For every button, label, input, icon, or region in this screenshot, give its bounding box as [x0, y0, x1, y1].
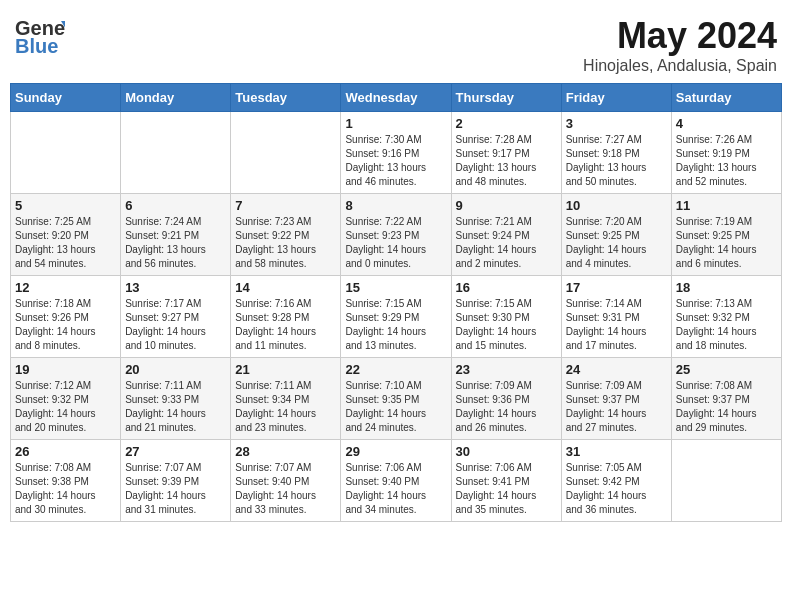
- calendar-cell: 17Sunrise: 7:14 AM Sunset: 9:31 PM Dayli…: [561, 276, 671, 358]
- day-number: 21: [235, 362, 336, 377]
- day-info: Sunrise: 7:22 AM Sunset: 9:23 PM Dayligh…: [345, 215, 446, 271]
- calendar-cell: 24Sunrise: 7:09 AM Sunset: 9:37 PM Dayli…: [561, 358, 671, 440]
- week-row-5: 26Sunrise: 7:08 AM Sunset: 9:38 PM Dayli…: [11, 440, 782, 522]
- day-info: Sunrise: 7:06 AM Sunset: 9:40 PM Dayligh…: [345, 461, 446, 517]
- day-info: Sunrise: 7:21 AM Sunset: 9:24 PM Dayligh…: [456, 215, 557, 271]
- day-number: 19: [15, 362, 116, 377]
- day-info: Sunrise: 7:18 AM Sunset: 9:26 PM Dayligh…: [15, 297, 116, 353]
- calendar-cell: 25Sunrise: 7:08 AM Sunset: 9:37 PM Dayli…: [671, 358, 781, 440]
- calendar-cell: 18Sunrise: 7:13 AM Sunset: 9:32 PM Dayli…: [671, 276, 781, 358]
- day-number: 22: [345, 362, 446, 377]
- calendar-cell: 10Sunrise: 7:20 AM Sunset: 9:25 PM Dayli…: [561, 194, 671, 276]
- day-number: 14: [235, 280, 336, 295]
- day-number: 26: [15, 444, 116, 459]
- day-number: 24: [566, 362, 667, 377]
- day-number: 30: [456, 444, 557, 459]
- day-number: 12: [15, 280, 116, 295]
- day-number: 3: [566, 116, 667, 131]
- day-info: Sunrise: 7:15 AM Sunset: 9:29 PM Dayligh…: [345, 297, 446, 353]
- calendar-cell: 16Sunrise: 7:15 AM Sunset: 9:30 PM Dayli…: [451, 276, 561, 358]
- day-info: Sunrise: 7:26 AM Sunset: 9:19 PM Dayligh…: [676, 133, 777, 189]
- day-info: Sunrise: 7:13 AM Sunset: 9:32 PM Dayligh…: [676, 297, 777, 353]
- header-day-monday: Monday: [121, 84, 231, 112]
- day-info: Sunrise: 7:08 AM Sunset: 9:38 PM Dayligh…: [15, 461, 116, 517]
- week-row-2: 5Sunrise: 7:25 AM Sunset: 9:20 PM Daylig…: [11, 194, 782, 276]
- calendar-cell: 13Sunrise: 7:17 AM Sunset: 9:27 PM Dayli…: [121, 276, 231, 358]
- logo: General Blue: [15, 15, 65, 59]
- calendar-cell: 7Sunrise: 7:23 AM Sunset: 9:22 PM Daylig…: [231, 194, 341, 276]
- header-day-sunday: Sunday: [11, 84, 121, 112]
- day-info: Sunrise: 7:30 AM Sunset: 9:16 PM Dayligh…: [345, 133, 446, 189]
- day-number: 31: [566, 444, 667, 459]
- location-title: Hinojales, Andalusia, Spain: [583, 57, 777, 75]
- calendar-cell: 6Sunrise: 7:24 AM Sunset: 9:21 PM Daylig…: [121, 194, 231, 276]
- logo-icon: General Blue: [15, 15, 65, 59]
- day-number: 9: [456, 198, 557, 213]
- day-info: Sunrise: 7:16 AM Sunset: 9:28 PM Dayligh…: [235, 297, 336, 353]
- calendar-cell: 3Sunrise: 7:27 AM Sunset: 9:18 PM Daylig…: [561, 112, 671, 194]
- day-number: 25: [676, 362, 777, 377]
- day-info: Sunrise: 7:27 AM Sunset: 9:18 PM Dayligh…: [566, 133, 667, 189]
- day-info: Sunrise: 7:23 AM Sunset: 9:22 PM Dayligh…: [235, 215, 336, 271]
- calendar-cell: 21Sunrise: 7:11 AM Sunset: 9:34 PM Dayli…: [231, 358, 341, 440]
- calendar-cell: [121, 112, 231, 194]
- calendar-cell: 23Sunrise: 7:09 AM Sunset: 9:36 PM Dayli…: [451, 358, 561, 440]
- calendar-cell: 19Sunrise: 7:12 AM Sunset: 9:32 PM Dayli…: [11, 358, 121, 440]
- day-info: Sunrise: 7:15 AM Sunset: 9:30 PM Dayligh…: [456, 297, 557, 353]
- calendar-cell: 4Sunrise: 7:26 AM Sunset: 9:19 PM Daylig…: [671, 112, 781, 194]
- day-number: 2: [456, 116, 557, 131]
- day-info: Sunrise: 7:07 AM Sunset: 9:40 PM Dayligh…: [235, 461, 336, 517]
- day-number: 5: [15, 198, 116, 213]
- header-day-friday: Friday: [561, 84, 671, 112]
- calendar-cell: 29Sunrise: 7:06 AM Sunset: 9:40 PM Dayli…: [341, 440, 451, 522]
- header-day-saturday: Saturday: [671, 84, 781, 112]
- day-number: 13: [125, 280, 226, 295]
- day-info: Sunrise: 7:20 AM Sunset: 9:25 PM Dayligh…: [566, 215, 667, 271]
- calendar-header: SundayMondayTuesdayWednesdayThursdayFrid…: [11, 84, 782, 112]
- day-number: 16: [456, 280, 557, 295]
- day-info: Sunrise: 7:14 AM Sunset: 9:31 PM Dayligh…: [566, 297, 667, 353]
- calendar-cell: 2Sunrise: 7:28 AM Sunset: 9:17 PM Daylig…: [451, 112, 561, 194]
- day-info: Sunrise: 7:11 AM Sunset: 9:34 PM Dayligh…: [235, 379, 336, 435]
- calendar-cell: 8Sunrise: 7:22 AM Sunset: 9:23 PM Daylig…: [341, 194, 451, 276]
- day-info: Sunrise: 7:11 AM Sunset: 9:33 PM Dayligh…: [125, 379, 226, 435]
- day-info: Sunrise: 7:25 AM Sunset: 9:20 PM Dayligh…: [15, 215, 116, 271]
- day-info: Sunrise: 7:12 AM Sunset: 9:32 PM Dayligh…: [15, 379, 116, 435]
- calendar-table: SundayMondayTuesdayWednesdayThursdayFrid…: [10, 83, 782, 522]
- day-number: 20: [125, 362, 226, 377]
- day-number: 17: [566, 280, 667, 295]
- day-number: 29: [345, 444, 446, 459]
- header-day-wednesday: Wednesday: [341, 84, 451, 112]
- day-info: Sunrise: 7:07 AM Sunset: 9:39 PM Dayligh…: [125, 461, 226, 517]
- header-day-tuesday: Tuesday: [231, 84, 341, 112]
- day-info: Sunrise: 7:08 AM Sunset: 9:37 PM Dayligh…: [676, 379, 777, 435]
- calendar-cell: 22Sunrise: 7:10 AM Sunset: 9:35 PM Dayli…: [341, 358, 451, 440]
- calendar-cell: 27Sunrise: 7:07 AM Sunset: 9:39 PM Dayli…: [121, 440, 231, 522]
- day-info: Sunrise: 7:09 AM Sunset: 9:36 PM Dayligh…: [456, 379, 557, 435]
- calendar-cell: [231, 112, 341, 194]
- calendar-cell: 12Sunrise: 7:18 AM Sunset: 9:26 PM Dayli…: [11, 276, 121, 358]
- header-day-thursday: Thursday: [451, 84, 561, 112]
- calendar-body: 1Sunrise: 7:30 AM Sunset: 9:16 PM Daylig…: [11, 112, 782, 522]
- calendar-cell: [671, 440, 781, 522]
- day-info: Sunrise: 7:24 AM Sunset: 9:21 PM Dayligh…: [125, 215, 226, 271]
- week-row-4: 19Sunrise: 7:12 AM Sunset: 9:32 PM Dayli…: [11, 358, 782, 440]
- calendar-cell: 31Sunrise: 7:05 AM Sunset: 9:42 PM Dayli…: [561, 440, 671, 522]
- day-info: Sunrise: 7:06 AM Sunset: 9:41 PM Dayligh…: [456, 461, 557, 517]
- calendar-cell: 20Sunrise: 7:11 AM Sunset: 9:33 PM Dayli…: [121, 358, 231, 440]
- day-number: 27: [125, 444, 226, 459]
- month-title: May 2024: [583, 15, 777, 57]
- day-number: 11: [676, 198, 777, 213]
- day-info: Sunrise: 7:05 AM Sunset: 9:42 PM Dayligh…: [566, 461, 667, 517]
- calendar-cell: [11, 112, 121, 194]
- day-info: Sunrise: 7:10 AM Sunset: 9:35 PM Dayligh…: [345, 379, 446, 435]
- calendar-cell: 26Sunrise: 7:08 AM Sunset: 9:38 PM Dayli…: [11, 440, 121, 522]
- day-info: Sunrise: 7:19 AM Sunset: 9:25 PM Dayligh…: [676, 215, 777, 271]
- day-info: Sunrise: 7:17 AM Sunset: 9:27 PM Dayligh…: [125, 297, 226, 353]
- calendar-cell: 9Sunrise: 7:21 AM Sunset: 9:24 PM Daylig…: [451, 194, 561, 276]
- day-number: 7: [235, 198, 336, 213]
- title-block: May 2024 Hinojales, Andalusia, Spain: [583, 15, 777, 75]
- day-number: 8: [345, 198, 446, 213]
- calendar-cell: 15Sunrise: 7:15 AM Sunset: 9:29 PM Dayli…: [341, 276, 451, 358]
- calendar-cell: 11Sunrise: 7:19 AM Sunset: 9:25 PM Dayli…: [671, 194, 781, 276]
